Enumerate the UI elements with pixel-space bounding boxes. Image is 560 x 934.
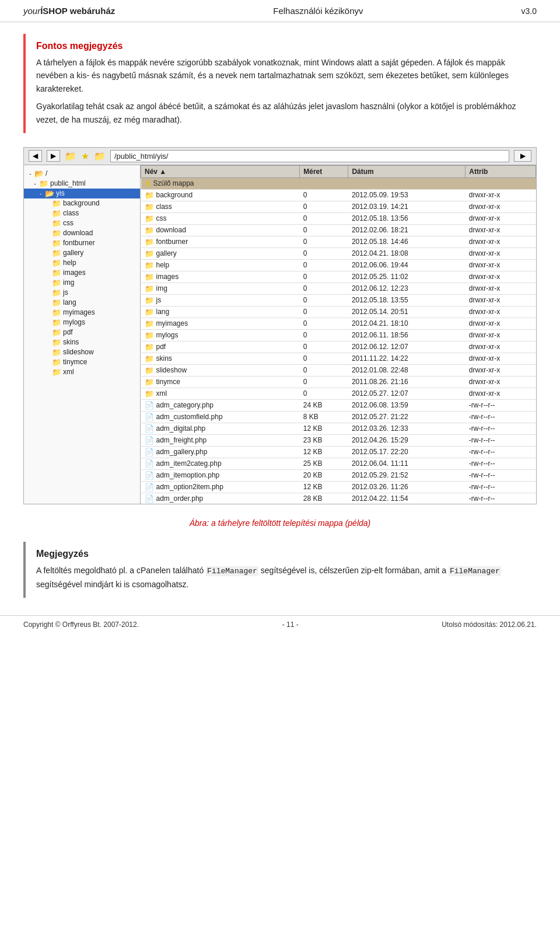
row-attrib: drwxr-xr-x [466, 329, 536, 341]
table-row[interactable]: 📁gallery 0 2012.04.21. 18:08 drwxr-xr-x [141, 248, 536, 259]
col-header-name: Név ▲ [141, 165, 300, 177]
row-name: css [156, 214, 167, 222]
tree-item-class[interactable]: 📁 class [24, 208, 140, 218]
table-row[interactable]: 📁css 0 2012.05.18. 13:56 drwxr-xr-x [141, 212, 536, 224]
table-row[interactable]: 📁pdf 0 2012.06.12. 12:07 drwxr-xr-x [141, 341, 536, 353]
folder-row-icon: 📁 [145, 238, 154, 246]
folder-row-icon: 📁 [145, 378, 154, 386]
table-row[interactable]: 📁lang 0 2012.05.14. 20:51 drwxr-xr-x [141, 306, 536, 318]
tree-item-mylogs[interactable]: 📁 mylogs [24, 318, 140, 327]
table-row[interactable]: 📄adm_customfield.php 8 KB 2012.05.27. 21… [141, 411, 536, 423]
class-icon: 📁 [52, 209, 61, 218]
parent-folder-row[interactable]: ⬆ Szülő mappa [141, 177, 536, 189]
table-row[interactable]: 📁myimages 0 2012.04.21. 18:10 drwxr-xr-x [141, 318, 536, 329]
tree-item-yis[interactable]: - 📂 yis [24, 189, 140, 198]
table-row[interactable]: 📁tinymce 0 2011.08.26. 21:16 drwxr-xr-x [141, 376, 536, 388]
go-button[interactable]: ▶ [514, 150, 531, 162]
folder-icon: 📁 [65, 151, 76, 162]
tree-item-skins[interactable]: 📁 skins [24, 337, 140, 347]
table-row[interactable]: 📁xml 0 2012.05.27. 12:07 drwxr-xr-x [141, 388, 536, 399]
row-attrib: drwxr-xr-x [466, 388, 536, 399]
table-row[interactable]: 📄adm_item2categ.php 25 KB 2012.06.04. 11… [141, 458, 536, 469]
table-row[interactable]: 📄adm_freight.php 23 KB 2012.04.26. 15:29… [141, 434, 536, 446]
table-row[interactable]: 📄adm_itemoption.php 20 KB 2012.05.29. 21… [141, 469, 536, 481]
tree-item-slideshow[interactable]: 📁 slideshow [24, 347, 140, 357]
row-size: 12 KB [300, 481, 348, 493]
row-attrib: -rw-r--r-- [466, 493, 536, 504]
table-row[interactable]: 📁img 0 2012.06.12. 12:23 drwxr-xr-x [141, 283, 536, 294]
table-row[interactable]: 📁help 0 2012.06.06. 19:44 drwxr-xr-x [141, 259, 536, 271]
tree-item-lang[interactable]: 📁 lang [24, 298, 140, 308]
tree-item-background[interactable]: 📁 background [24, 198, 140, 208]
tree-item-css[interactable]: 📁 css [24, 218, 140, 228]
tree-label-pdf: pdf [63, 328, 73, 336]
table-row[interactable]: 📁class 0 2012.03.19. 14:21 drwxr-xr-x [141, 201, 536, 212]
row-size: 0 [300, 259, 348, 271]
tree-item-help[interactable]: 📁 help [24, 258, 140, 268]
row-name: adm_item2categ.php [156, 459, 222, 468]
row-date: 2012.05.09. 19:53 [348, 189, 466, 201]
file-list-panel: Név ▲ Méret Dátum Attrib ⬆ Sz [141, 165, 536, 504]
file-row-icon: 📄 [145, 483, 154, 492]
table-row[interactable]: 📁download 0 2012.02.06. 18:21 drwxr-xr-x [141, 224, 536, 236]
table-row[interactable]: 📁skins 0 2011.11.22. 14:22 drwxr-xr-x [141, 353, 536, 364]
row-date: 2012.03.19. 14:21 [348, 201, 466, 212]
tree-item-root[interactable]: - 📂 / [24, 169, 140, 179]
tree-item-tinymce[interactable]: 📁 tinymce [24, 357, 140, 367]
note2-title: Megjegyzés [36, 549, 526, 559]
address-bar: ◀ ▶ 📁 ★ 📁 /public_html/yis/ ▶ [24, 148, 536, 165]
folder-row-icon: 📁 [145, 203, 154, 211]
table-row[interactable]: 📄adm_digital.php 12 KB 2012.03.26. 12:33… [141, 423, 536, 434]
table-row[interactable]: 📄adm_option2item.php 12 KB 2012.03.26. 1… [141, 481, 536, 493]
file-row-icon: 📄 [145, 401, 154, 410]
table-row[interactable]: 📄adm_order.php 28 KB 2012.04.22. 11:54 -… [141, 493, 536, 504]
row-attrib: drwxr-xr-x [466, 353, 536, 364]
lang-icon: 📁 [52, 298, 61, 307]
slideshow-icon: 📁 [52, 348, 61, 357]
tree-toggle-public-html[interactable]: - [31, 180, 39, 187]
tree-item-pdf[interactable]: 📁 pdf [24, 327, 140, 337]
row-name: xml [156, 389, 167, 398]
table-row[interactable]: 📁slideshow 0 2012.01.08. 22:48 drwxr-xr-… [141, 364, 536, 376]
row-attrib: drwxr-xr-x [466, 283, 536, 294]
file-row-icon: 📄 [145, 424, 154, 433]
tree-toggle-yis[interactable]: - [37, 190, 45, 197]
background-icon: 📁 [52, 199, 61, 208]
row-size: 0 [300, 388, 348, 399]
tree-item-js[interactable]: 📁 js [24, 288, 140, 298]
breadcrumb-icon: 📁 [94, 151, 106, 162]
back-button[interactable]: ◀ [29, 150, 42, 162]
table-row[interactable]: 📁images 0 2012.05.25. 11:02 drwxr-xr-x [141, 271, 536, 283]
table-row[interactable]: 📁background 0 2012.05.09. 19:53 drwxr-xr… [141, 189, 536, 201]
row-date: 2012.06.11. 18:56 [348, 329, 466, 341]
tree-item-download[interactable]: 📁 download [24, 228, 140, 238]
row-name: skins [156, 354, 172, 363]
tree-item-fontburner[interactable]: 📁 fontburner [24, 238, 140, 248]
important-note-title: Fontos megjegyzés [36, 41, 526, 51]
table-row[interactable]: 📁fontburner 0 2012.05.18. 14:46 drwxr-xr… [141, 236, 536, 248]
tree-item-images[interactable]: 📁 images [24, 268, 140, 278]
tree-label-lang: lang [63, 298, 76, 306]
tree-label-download: download [63, 229, 93, 237]
img-icon: 📁 [52, 278, 61, 287]
tree-item-gallery[interactable]: 📁 gallery [24, 248, 140, 258]
table-row[interactable]: 📄adm_category.php 24 KB 2012.06.08. 13:5… [141, 399, 536, 411]
parent-folder-label: Szülő mappa [153, 179, 194, 187]
row-size: 0 [300, 376, 348, 388]
col-header-attrib: Attrib [466, 165, 536, 177]
table-row[interactable]: 📁mylogs 0 2012.06.11. 18:56 drwxr-xr-x [141, 329, 536, 341]
table-row[interactable]: 📁js 0 2012.05.18. 13:55 drwxr-xr-x [141, 294, 536, 306]
file-row-icon: 📄 [145, 436, 154, 445]
tree-label-root: / [46, 169, 47, 177]
row-date: 2012.06.04. 11:11 [348, 458, 466, 469]
tree-toggle-root[interactable]: - [26, 170, 34, 177]
row-name: pdf [156, 343, 166, 351]
download-icon: 📁 [52, 229, 61, 238]
tree-item-img[interactable]: 📁 img [24, 278, 140, 288]
tree-item-myimages[interactable]: 📁 myimages [24, 308, 140, 318]
forward-button[interactable]: ▶ [47, 150, 60, 162]
tree-item-xml[interactable]: 📁 xml [24, 367, 140, 377]
table-row[interactable]: 📄adm_gallery.php 12 KB 2012.05.17. 22:20… [141, 446, 536, 458]
row-name: class [156, 203, 172, 211]
tree-item-public-html[interactable]: - 📁 public_html [24, 179, 140, 189]
